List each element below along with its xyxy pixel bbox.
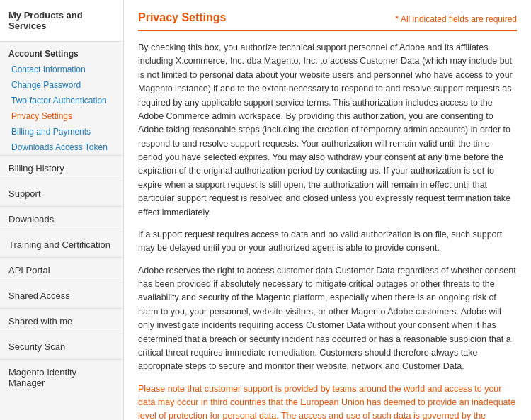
paragraph-2: If a support request requires access to … [138, 228, 517, 256]
sidebar-link-contact-information[interactable]: Contact Information [0, 62, 123, 77]
sidebar-nav-magento-identity-manager[interactable]: Magento Identity Manager [0, 359, 123, 395]
sidebar-nav-api-portal[interactable]: API Portal [0, 257, 123, 283]
paragraph-4: Please note that customer support is pro… [138, 382, 517, 420]
sidebar-header: My Products and Services [0, 0, 123, 42]
sidebar: My Products and Services Account Setting… [0, 0, 124, 420]
sidebar-nav-security-scan[interactable]: Security Scan [0, 334, 123, 359]
sidebar-nav-support[interactable]: Support [0, 181, 123, 206]
sidebar-nav-shared-access[interactable]: Shared Access [0, 283, 123, 308]
sidebar-link-billing-and-payments[interactable]: Billing and Payments [0, 124, 123, 140]
required-note: * All indicated fields are required [396, 14, 517, 24]
paragraph-1: By checking this box, you authorize tech… [138, 41, 517, 220]
sidebar-nav-billing-history[interactable]: Billing History [0, 155, 123, 181]
main-content: Privacy Settings * All indicated fields … [124, 0, 531, 420]
sidebar-link-two-factor-authentication[interactable]: Two-factor Authentication [0, 93, 123, 108]
account-links: Contact InformationChange PasswordTwo-fa… [0, 62, 123, 155]
sidebar-nav-downloads[interactable]: Downloads [0, 206, 123, 232]
sidebar-nav-training-and-certification[interactable]: Training and Certification [0, 232, 123, 257]
page-title: Privacy Settings [138, 11, 227, 24]
sidebar-nav-shared-with-me[interactable]: Shared with me [0, 308, 123, 334]
page-header: Privacy Settings * All indicated fields … [138, 11, 517, 31]
nav-items: Billing HistorySupportDownloadsTraining … [0, 155, 123, 395]
account-settings-label: Account Settings [0, 42, 123, 62]
sidebar-link-downloads-access-token[interactable]: Downloads Access Token [0, 140, 123, 155]
paragraph-3: Adobe reserves the right to access custo… [138, 264, 517, 374]
sidebar-link-privacy-settings[interactable]: Privacy Settings [0, 108, 123, 124]
sidebar-link-change-password[interactable]: Change Password [0, 77, 123, 93]
